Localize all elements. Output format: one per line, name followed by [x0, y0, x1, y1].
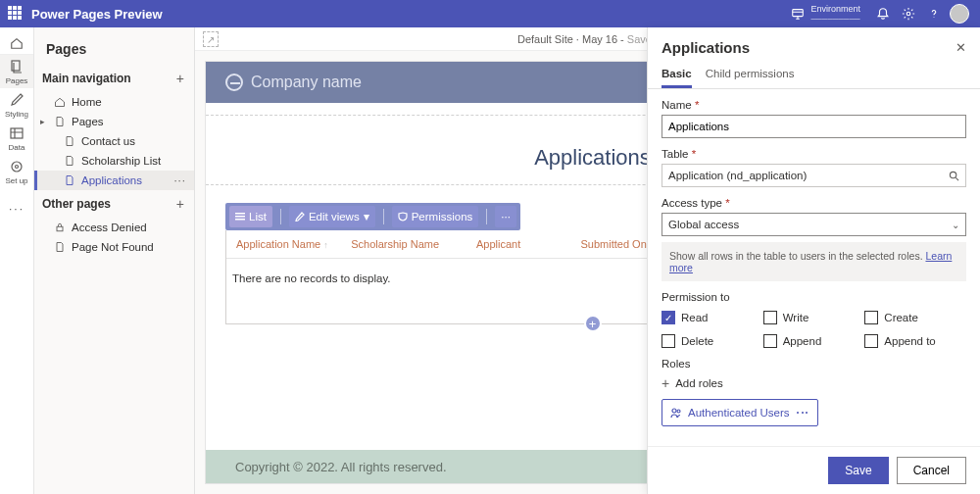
- access-type-select[interactable]: Global access ⌄: [662, 213, 966, 236]
- rail-pages[interactable]: Pages: [0, 55, 33, 88]
- tree-contact[interactable]: Contact us: [34, 131, 194, 151]
- search-icon: [949, 171, 959, 181]
- help-icon[interactable]: [921, 0, 947, 27]
- user-avatar[interactable]: [947, 0, 972, 27]
- site-brand[interactable]: Company name: [225, 74, 362, 91]
- tree-applications[interactable]: Applications···: [34, 171, 194, 190]
- col-app-name[interactable]: Application Name ↑: [232, 238, 347, 250]
- tab-child-permissions[interactable]: Child permissions: [706, 60, 795, 88]
- lock-icon: [54, 222, 66, 233]
- perm-write[interactable]: Write: [763, 311, 865, 324]
- environment-name: –––––––––: [810, 14, 860, 24]
- svg-point-11: [672, 409, 676, 413]
- people-icon: [670, 407, 682, 419]
- pages-panel: Pages Main navigation + Home ▸Pages Cont…: [34, 27, 195, 494]
- perm-read[interactable]: ✓Read: [662, 311, 763, 324]
- access-hint: Show all rows in the table to users in t…: [662, 242, 966, 281]
- svg-point-12: [677, 410, 680, 413]
- perm-append[interactable]: Append: [763, 334, 865, 348]
- styling-icon: [9, 92, 24, 108]
- tree-pages[interactable]: ▸Pages: [34, 112, 194, 131]
- sort-asc-icon: ↑: [323, 240, 328, 250]
- table-label: Table *: [662, 148, 966, 160]
- site-name: Default Site: [517, 33, 573, 45]
- save-button[interactable]: Save: [828, 457, 888, 484]
- pages-icon: [9, 59, 24, 74]
- environment-picker[interactable]: Environment –––––––––: [791, 5, 860, 24]
- perm-delete[interactable]: Delete: [662, 334, 763, 348]
- roles-label: Roles: [662, 358, 966, 370]
- brand-logo-icon: [225, 74, 243, 91]
- list-toolbar: List Edit views▾ Permissions ···: [225, 203, 520, 230]
- svg-point-5: [16, 165, 19, 168]
- svg-point-10: [950, 172, 956, 177]
- name-input[interactable]: [662, 115, 966, 138]
- perm-appendto[interactable]: Append to: [864, 334, 966, 348]
- tree-not-found[interactable]: Page Not Found: [34, 237, 194, 257]
- page-icon: [54, 241, 66, 253]
- page-icon: [54, 116, 66, 127]
- add-other-page[interactable]: +: [176, 196, 184, 212]
- svg-rect-3: [11, 128, 23, 138]
- perm-create[interactable]: Create: [864, 311, 966, 324]
- permission-to-label: Permission to: [662, 291, 966, 303]
- product-title: Power Pages Preview: [31, 7, 163, 22]
- chevron-right-icon[interactable]: ▸: [40, 117, 45, 126]
- role-more-icon[interactable]: ⋮: [795, 406, 810, 420]
- tree-access-denied[interactable]: Access Denied: [34, 218, 194, 237]
- svg-point-4: [12, 162, 22, 172]
- edit-views-button[interactable]: Edit views▾: [289, 206, 375, 227]
- notifications-icon[interactable]: [870, 0, 896, 27]
- svg-rect-2: [12, 61, 20, 71]
- edit-icon: [295, 212, 305, 222]
- permissions-panel: Applications ✕ Basic Child permissions N…: [647, 27, 980, 494]
- table-lookup[interactable]: Application (nd_application): [662, 164, 966, 187]
- cancel-button[interactable]: Cancel: [897, 457, 966, 484]
- svg-rect-6: [57, 226, 63, 231]
- page-icon: [64, 155, 75, 167]
- col-scholarship[interactable]: Scholarship Name: [347, 238, 472, 250]
- shield-icon: [398, 212, 408, 222]
- toolbar-more[interactable]: ···: [495, 206, 516, 227]
- save-date: May 16: [582, 33, 617, 45]
- rail-data[interactable]: Data: [0, 122, 33, 155]
- svg-point-1: [906, 12, 910, 16]
- list-button[interactable]: List: [229, 206, 272, 227]
- settings-icon[interactable]: [896, 0, 921, 27]
- chevron-down-icon: ⌄: [952, 220, 959, 230]
- add-roles-button[interactable]: +Add roles: [662, 375, 966, 391]
- add-section-button[interactable]: +: [584, 315, 602, 332]
- data-icon: [9, 125, 24, 141]
- tab-basic[interactable]: Basic: [662, 60, 692, 88]
- permissions-button[interactable]: Permissions: [392, 206, 479, 227]
- name-label: Name *: [662, 99, 966, 111]
- rail-styling[interactable]: Styling: [0, 88, 33, 122]
- nav-rail: Pages Styling Data Set up ···: [0, 27, 34, 494]
- responsive-toggle-icon[interactable]: ↗: [203, 31, 219, 47]
- setup-icon: [9, 159, 24, 174]
- pages-header: Pages: [34, 27, 194, 65]
- tree-scholarship[interactable]: Scholarship List: [34, 151, 194, 171]
- svg-rect-0: [793, 10, 804, 17]
- svg-rect-9: [235, 219, 245, 221]
- add-main-nav-page[interactable]: +: [176, 71, 184, 86]
- role-authenticated-users[interactable]: Authenticated Users ⋮: [662, 399, 818, 426]
- svg-rect-7: [235, 213, 245, 215]
- app-launcher-icon[interactable]: [8, 6, 24, 22]
- page-icon: [64, 135, 75, 147]
- rail-home[interactable]: [0, 31, 33, 55]
- top-bar: Power Pages Preview Environment ––––––––…: [0, 0, 980, 27]
- environment-icon: [791, 7, 805, 21]
- col-applicant[interactable]: Applicant: [472, 238, 577, 250]
- section-other-pages: Other pages +: [34, 190, 194, 218]
- rail-setup[interactable]: Set up: [0, 155, 33, 188]
- svg-rect-8: [235, 216, 245, 218]
- panel-title: Applications: [662, 39, 750, 56]
- close-icon[interactable]: ✕: [956, 40, 966, 55]
- tree-item-more[interactable]: ···: [173, 174, 186, 186]
- page-icon: [64, 174, 75, 186]
- section-main-nav: Main navigation +: [34, 65, 194, 92]
- tree-home[interactable]: Home: [34, 92, 194, 112]
- access-type-label: Access type *: [662, 197, 966, 209]
- rail-more[interactable]: ···: [0, 192, 33, 225]
